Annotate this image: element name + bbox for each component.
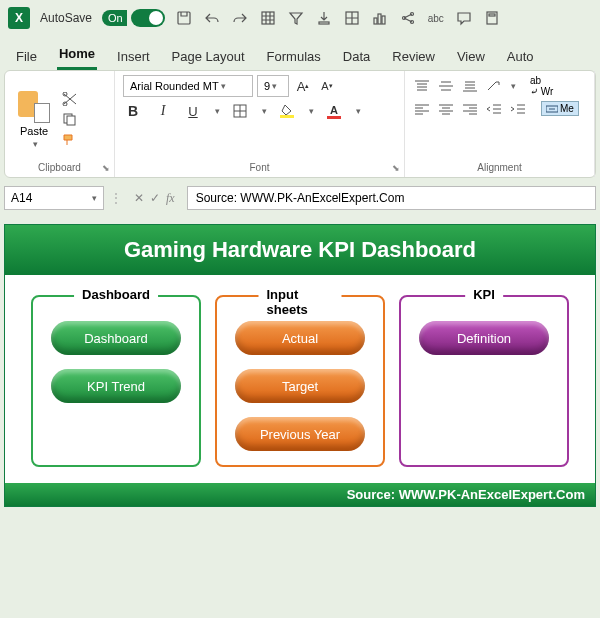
save-icon[interactable] — [175, 9, 193, 27]
name-box[interactable]: A14▾ — [4, 186, 104, 210]
dialog-launcher-icon[interactable]: ⬊ — [392, 163, 400, 173]
align-middle-icon[interactable] — [437, 79, 455, 93]
decrease-indent-icon[interactable] — [485, 102, 503, 116]
wrap-text-button[interactable]: ab⤶ Wr — [530, 75, 553, 97]
btn-target[interactable]: Target — [235, 369, 365, 403]
formula-input[interactable]: Source: WWW.PK-AnExcelExpert.Com — [187, 186, 596, 210]
table-icon[interactable] — [259, 9, 277, 27]
panel-kpi: KPI Definition — [399, 295, 569, 467]
tab-automate[interactable]: Auto — [505, 43, 536, 70]
formula-bar: A14▾ ⋮ ✕ ✓ fx Source: WWW.PK-AnExcelExpe… — [4, 184, 596, 212]
orientation-icon[interactable] — [485, 79, 503, 93]
spell-icon[interactable]: abc — [427, 9, 445, 27]
increase-font-icon[interactable]: A▴ — [293, 76, 313, 96]
borders-button[interactable] — [230, 101, 250, 121]
title-bar: X AutoSave On abc — [0, 0, 600, 36]
tab-data[interactable]: Data — [341, 43, 372, 70]
ribbon: Paste ▾ Clipboard ⬊ Arial Rounded MT▾ 9▾… — [4, 70, 596, 178]
btn-definition[interactable]: Definition — [419, 321, 549, 355]
panel-label: Input sheets — [259, 287, 342, 317]
btn-dashboard[interactable]: Dashboard — [51, 321, 181, 355]
ribbon-tabs: File Home Insert Page Layout Formulas Da… — [0, 36, 600, 70]
tab-home[interactable]: Home — [57, 40, 97, 70]
autosave-label: AutoSave — [40, 11, 92, 25]
borders-icon[interactable] — [343, 9, 361, 27]
excel-logo-icon: X — [8, 7, 30, 29]
svg-rect-6 — [382, 16, 385, 24]
cancel-formula-icon[interactable]: ✕ — [134, 191, 144, 205]
underline-button[interactable]: U — [183, 101, 203, 121]
svg-rect-5 — [378, 14, 381, 24]
increase-indent-icon[interactable] — [509, 102, 527, 116]
autosave-state: On — [102, 10, 127, 26]
clipboard-group: Paste ▾ Clipboard ⬊ — [5, 71, 115, 177]
fill-color-button[interactable] — [277, 101, 297, 121]
calculator-icon[interactable] — [483, 9, 501, 27]
tab-file[interactable]: File — [14, 43, 39, 70]
svg-rect-0 — [178, 12, 190, 24]
touch-icon[interactable] — [315, 9, 333, 27]
chevron-down-icon: ▾ — [33, 139, 38, 149]
font-size-combo[interactable]: 9▾ — [257, 75, 289, 97]
align-top-icon[interactable] — [413, 79, 431, 93]
panel-dashboard: Dashboard Dashboard KPI Trend — [31, 295, 201, 467]
align-right-icon[interactable] — [461, 102, 479, 116]
svg-rect-11 — [489, 14, 495, 16]
filter-icon[interactable] — [287, 9, 305, 27]
align-center-icon[interactable] — [437, 102, 455, 116]
btn-actual[interactable]: Actual — [235, 321, 365, 355]
redo-icon[interactable] — [231, 9, 249, 27]
svg-rect-2 — [319, 22, 329, 24]
dashboard-title: Gaming Hardware KPI Dashboard — [5, 225, 595, 275]
btn-kpi-trend[interactable]: KPI Trend — [51, 369, 181, 403]
align-bottom-icon[interactable] — [461, 79, 479, 93]
decrease-font-icon[interactable]: A▾ — [317, 76, 337, 96]
svg-rect-1 — [262, 12, 274, 24]
panel-label: KPI — [465, 287, 503, 302]
cut-icon[interactable] — [61, 92, 79, 106]
svg-rect-4 — [374, 18, 377, 24]
tab-page-layout[interactable]: Page Layout — [170, 43, 247, 70]
align-left-icon[interactable] — [413, 102, 431, 116]
clipboard-group-label: Clipboard — [13, 162, 106, 175]
alignment-group: ▾ ab⤶ Wr Me Alignment — [405, 71, 595, 177]
chart-icon[interactable] — [371, 9, 389, 27]
italic-button[interactable]: I — [153, 101, 173, 121]
dialog-launcher-icon[interactable]: ⬊ — [102, 163, 110, 173]
tab-formulas[interactable]: Formulas — [265, 43, 323, 70]
tab-review[interactable]: Review — [390, 43, 437, 70]
paste-button[interactable]: Paste ▾ — [13, 89, 55, 149]
copy-icon[interactable] — [61, 112, 79, 126]
merge-center-button[interactable]: Me — [541, 101, 579, 116]
undo-icon[interactable] — [203, 9, 221, 27]
comment-icon[interactable] — [455, 9, 473, 27]
tab-insert[interactable]: Insert — [115, 43, 152, 70]
alignment-group-label: Alignment — [413, 162, 586, 175]
font-name-combo[interactable]: Arial Rounded MT▾ — [123, 75, 253, 97]
share-icon[interactable] — [399, 9, 417, 27]
dashboard-footer: Source: WWW.PK-AnExcelExpert.Com — [5, 483, 595, 506]
fx-icon[interactable]: fx — [166, 191, 175, 206]
panel-input-sheets: Input sheets Actual Target Previous Year — [215, 295, 385, 467]
font-color-button[interactable]: A — [324, 101, 344, 121]
paste-icon — [18, 89, 50, 123]
panel-label: Dashboard — [74, 287, 158, 302]
bold-button[interactable]: B — [123, 101, 143, 121]
btn-previous-year[interactable]: Previous Year — [235, 417, 365, 451]
accept-formula-icon[interactable]: ✓ — [150, 191, 160, 205]
tab-view[interactable]: View — [455, 43, 487, 70]
format-painter-icon[interactable] — [61, 132, 79, 146]
worksheet-content: Gaming Hardware KPI Dashboard Dashboard … — [4, 224, 596, 507]
font-group: Arial Rounded MT▾ 9▾ A▴ A▾ B I U ▾ ▾ ▾ A… — [115, 71, 405, 177]
autosave-toggle[interactable] — [131, 9, 165, 27]
font-group-label: Font — [123, 162, 396, 175]
svg-rect-15 — [67, 116, 75, 125]
